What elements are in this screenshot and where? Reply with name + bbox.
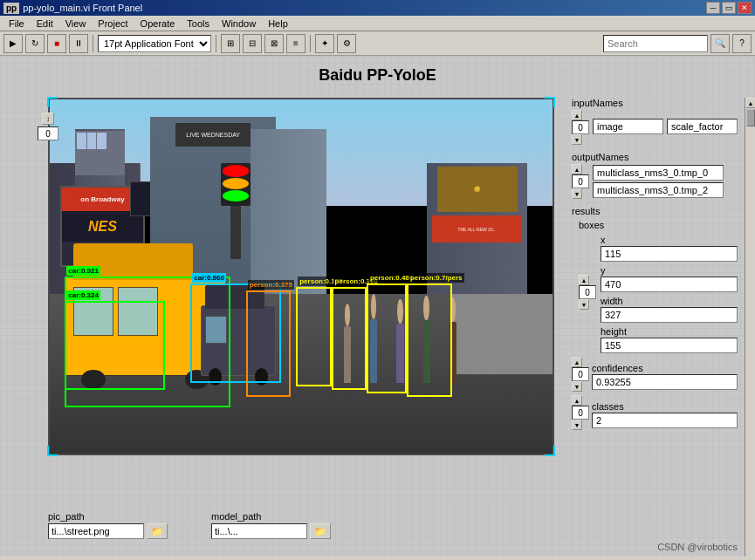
close-button[interactable]: ✕ (738, 2, 752, 14)
detection-person-4: person:0.7/pers (407, 283, 452, 397)
pic-path-browse-button[interactable]: 📁 (147, 523, 168, 539)
run-continuous-button[interactable]: ↻ (25, 34, 45, 53)
snap-button[interactable]: ✦ (315, 34, 334, 53)
picture-scroll-indicator: ↕ 0 (38, 113, 58, 140)
ines-text: NES (88, 219, 117, 235)
class-fields: classes 2 (592, 398, 738, 428)
traffic-light-pole (230, 206, 241, 259)
picture-panel: on Broadway NES HART OF THE CITY LIVE WE… (48, 98, 554, 455)
output-index: 0 (572, 174, 589, 188)
run-button[interactable]: ▶ (3, 34, 23, 53)
menu-edit[interactable]: Edit (31, 17, 58, 30)
output-scroll-up[interactable]: ▲ (572, 164, 582, 174)
scroll-thumb[interactable] (746, 109, 755, 126)
input-index: 0 (572, 120, 589, 134)
toolbar: ▶ ↻ ■ ⏸ 17pt Application Font ⊞ ⊟ ⊠ ≡ ✦ … (0, 31, 755, 56)
confidences-row: ▲ 0 ▼ confidences 0.93255 (572, 357, 738, 392)
output-names-label: outputNames (572, 152, 738, 162)
light-green (223, 190, 250, 201)
class-scroll-down[interactable]: ▼ (572, 420, 582, 430)
right-scrollbar[interactable]: ▲ ▼ (745, 98, 755, 557)
y-label: y (601, 265, 738, 276)
menu-project[interactable]: Project (93, 17, 133, 30)
font-selector[interactable]: 17pt Application Font (98, 35, 211, 52)
confidence-value: 0.93255 (592, 374, 738, 390)
window-title: pp-yolo_main.vi Front Panel (23, 3, 142, 13)
results-section: results boxes ▲ 0 ▼ x 115 y 470 (572, 206, 738, 430)
pause-button[interactable]: ⏸ (69, 34, 88, 53)
class-value: 2 (592, 413, 738, 428)
emoji-sign: 😊 (437, 167, 518, 213)
model-path-input-row: ti...\... 📁 (211, 523, 331, 539)
input-scroll-up[interactable]: ▲ (572, 110, 582, 120)
input-name-image: image (593, 119, 663, 134)
boxes-scroll-btns: ▲ 0 ▼ (579, 275, 596, 310)
model-path-browse-button[interactable]: 📁 (310, 523, 331, 539)
boxes-label: boxes (579, 220, 738, 230)
boxes-section: boxes ▲ 0 ▼ x 115 y 470 width 327 (579, 220, 738, 353)
detection-label-car-2: car:0.860 (192, 273, 226, 283)
detection-label-person-5: person:0.375 (248, 280, 294, 290)
separator-3 (310, 35, 311, 52)
input-scroll-btns: ▲ 0 ▼ (572, 110, 589, 145)
search-button[interactable]: 🔍 (710, 34, 730, 53)
reorder-button[interactable]: ≡ (286, 34, 305, 53)
building-windows (75, 131, 126, 174)
input-names-indicator: ▲ 0 ▼ image scale_factor (572, 110, 738, 145)
output-scroll-down[interactable]: ▼ (572, 188, 582, 199)
menu-help[interactable]: Help (263, 17, 293, 30)
pic-path-value[interactable]: ti...\street.png (48, 523, 144, 539)
detection-person-2: person:0.358 (332, 287, 367, 390)
minimize-button[interactable]: ─ (706, 2, 720, 14)
picture-scroll-btn[interactable]: ↕ (42, 113, 54, 125)
distribute-button[interactable]: ⊟ (243, 34, 262, 53)
light-yellow (223, 178, 250, 189)
model-path-value[interactable]: ti...\... (211, 523, 307, 539)
detection-label-car-3: car:0.324 (66, 290, 100, 300)
class-scroll-up[interactable]: ▲ (572, 395, 582, 406)
detection-label-car-1: car:0.921 (66, 266, 100, 276)
pic-path-control: pic_path ti...\street.png 📁 (48, 511, 168, 539)
image-container: on Broadway NES HART OF THE CITY LIVE WE… (50, 99, 553, 454)
output-scroll-btns: ▲ 0 ▼ (572, 164, 589, 199)
output-name-2: multiclass_nms3_0.tmp_2 (593, 182, 724, 198)
input-names-label: inputNames (572, 98, 738, 108)
conf-index: 0 (572, 367, 589, 381)
menu-operate[interactable]: Operate (135, 17, 181, 30)
tool-button[interactable]: ⚙ (337, 34, 356, 53)
align-button[interactable]: ⊞ (221, 34, 240, 53)
search-input[interactable] (603, 35, 708, 52)
menu-file[interactable]: File (3, 17, 30, 30)
resize-button[interactable]: ⊠ (264, 34, 284, 53)
menu-tools[interactable]: Tools (182, 17, 215, 30)
live-sign: LIVE WEDNESDAY (175, 123, 251, 146)
classes-label: classes (592, 401, 738, 412)
title-bar: pp pp-yolo_main.vi Front Panel ─ ▭ ✕ (0, 0, 755, 16)
confidences-label: confidences (592, 363, 738, 373)
input-names-section: inputNames ▲ 0 ▼ image scale_factor (572, 98, 738, 145)
scroll-up-button[interactable]: ▲ (745, 98, 755, 108)
output-names-section: outputNames ▲ 0 ▼ multiclass_nms3_0.tmp_… (572, 152, 738, 199)
model-path-label: model_path (211, 511, 331, 522)
boxes-scroll-up[interactable]: ▲ (579, 275, 589, 285)
height-value: 155 (601, 338, 738, 353)
menu-window[interactable]: Window (216, 17, 261, 30)
conf-scroll-down[interactable]: ▼ (572, 381, 582, 392)
main-content: ▲ ▼ Baidu PP-YoloE picture (0, 56, 755, 557)
input-scroll-down[interactable]: ▼ (572, 134, 582, 145)
boxes-scroll-down[interactable]: ▼ (579, 299, 589, 310)
watermark: CSDN @virobotics (657, 542, 738, 552)
x-row: ▲ 0 ▼ x 115 y 470 width 327 height 155 (579, 231, 738, 353)
class-scroll-btns: ▲ 0 ▼ (572, 395, 589, 430)
conf-scroll-up[interactable]: ▲ (572, 357, 582, 367)
x-label: x (601, 235, 738, 245)
light-red (223, 165, 250, 176)
separator-1 (93, 35, 93, 52)
traffic-light (221, 163, 251, 206)
help-button[interactable]: ? (732, 34, 752, 53)
restore-button[interactable]: ▭ (722, 2, 736, 14)
all-new-sign: THE ALL-NEW 20... (432, 215, 523, 243)
menu-view[interactable]: View (60, 17, 92, 30)
abort-button[interactable]: ■ (47, 34, 66, 53)
menu-bar: File Edit View Project Operate Tools Win… (0, 16, 755, 31)
